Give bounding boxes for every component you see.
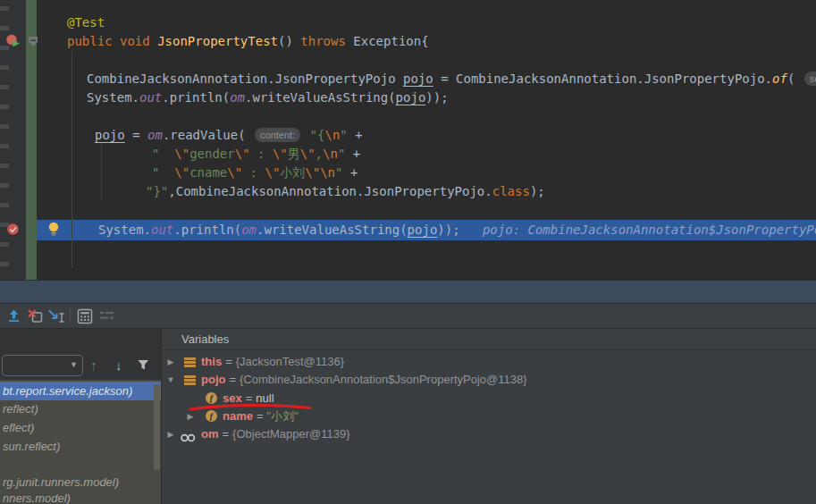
code-line-execution-point[interactable]: System.out.println(om.writeValueAsString… (98, 221, 816, 239)
variable-value: {ObjectMapper@1139} (232, 427, 350, 441)
variable-row-sex[interactable]: f sex=null (162, 390, 816, 407)
variable-value: {JacksonTest@1136} (236, 355, 344, 368)
variable-value: {CombineJacksonAnnotation$JsonPropertyPo… (240, 373, 527, 386)
frame-row[interactable]: nners.model) (0, 490, 161, 504)
glasses-watch-icon (181, 430, 197, 448)
field-icon: f (206, 392, 217, 404)
code-line[interactable]: " \"cname\" : \"小刘\"\n" + (152, 164, 358, 182)
variables-title: Variables (181, 332, 229, 346)
frame-row[interactable] (0, 457, 161, 475)
thread-selector-combobox[interactable]: ▼ (2, 355, 83, 376)
debug-window-header-band (0, 280, 816, 304)
variable-name: sex (223, 391, 242, 405)
frame-row[interactable]: bt.report.service.jackson) (0, 382, 161, 400)
expand-arrow-icon[interactable]: ▶ (165, 425, 176, 443)
code-line[interactable]: pojo = om.readValue( content: "{\n" + (95, 126, 363, 145)
equals-sign: = (242, 391, 257, 405)
fold-marker-icon[interactable] (28, 35, 38, 51)
code-line[interactable]: @Test (67, 13, 105, 32)
breakpoint-icon[interactable] (6, 223, 21, 240)
variable-name: pojo (201, 373, 225, 386)
variable-name: this (201, 355, 222, 368)
frames-list: bt.report.service.jackson) reflect) efle… (0, 380, 161, 504)
toolbar-separator (70, 308, 71, 323)
code-line[interactable]: " \"gender\" : \"男\",\n" + (152, 145, 360, 164)
variable-name: name (223, 409, 253, 423)
frames-scrollbar[interactable] (154, 384, 160, 470)
frames-panel: ▼ ↑ ↓ bt.report.service.jackson) reflect… (0, 329, 161, 504)
lightbulb-icon[interactable] (47, 222, 60, 240)
layout-icon[interactable] (98, 308, 116, 324)
filter-icon[interactable] (137, 358, 150, 376)
calculator-icon[interactable] (77, 308, 95, 324)
variable-row-pojo[interactable]: ▼ pojo={CombineJacksonAnnotation$JsonPro… (162, 371, 816, 389)
variable-row-name[interactable]: ▶ f name="小刘" (162, 407, 816, 425)
variable-value: null (256, 391, 273, 405)
expand-arrow-icon[interactable]: ▶ (185, 407, 196, 425)
equals-sign: = (225, 373, 240, 386)
stack-icon (184, 357, 196, 367)
variable-row-om[interactable]: ▶ om={ObjectMapper@1139} (162, 425, 816, 443)
collapse-arrow-icon[interactable]: ▼ (165, 371, 176, 389)
code-line[interactable]: "}",CombineJacksonAnnotation.JsonPropert… (146, 182, 545, 201)
code-line[interactable]: public void JsonPropertyTest() throws Ex… (67, 32, 429, 51)
debug-toolbar (0, 304, 816, 329)
indent-guide (101, 143, 102, 200)
equals-sign: = (222, 355, 236, 368)
indent-guide (72, 51, 72, 268)
drop-frame-icon[interactable] (27, 308, 45, 324)
variable-row-this[interactable]: ▶ this={JacksonTest@1136} (162, 353, 816, 371)
step-up-icon[interactable] (6, 308, 24, 324)
variables-header: Variables (162, 329, 816, 350)
frame-row[interactable]: rg.junit.runners.model) (0, 474, 161, 491)
ide-debug-window: @Test public void JsonPropertyTest() thr… (0, 0, 816, 504)
code-line[interactable]: CombineJacksonAnnotation.JsonPropertyPoj… (87, 70, 816, 88)
expand-arrow-icon[interactable]: ▶ (165, 353, 176, 371)
field-icon: f (206, 410, 217, 422)
chevron-down-icon: ▼ (70, 360, 78, 369)
variable-name: om (201, 427, 219, 441)
code-editor: @Test public void JsonPropertyTest() thr… (0, 0, 816, 280)
frame-row[interactable]: reflect) (0, 400, 161, 418)
frame-row[interactable]: eflect) (0, 419, 161, 437)
run-test-icon[interactable] (5, 33, 21, 52)
variables-panel: Variables ▶ this={JacksonTest@1136} ▼ po… (162, 329, 816, 504)
equals-sign: = (219, 427, 233, 441)
arrow-up-icon[interactable]: ↑ (90, 357, 97, 374)
arrow-down-icon[interactable]: ↓ (115, 357, 122, 374)
equals-sign: = (253, 409, 267, 423)
run-to-cursor-icon[interactable] (47, 308, 65, 324)
variable-value: "小刘" (267, 409, 299, 423)
code-line[interactable]: System.out.println(om.writeValueAsString… (87, 88, 449, 107)
stack-icon (184, 375, 196, 385)
frame-row[interactable]: sun.reflect) (0, 438, 161, 456)
